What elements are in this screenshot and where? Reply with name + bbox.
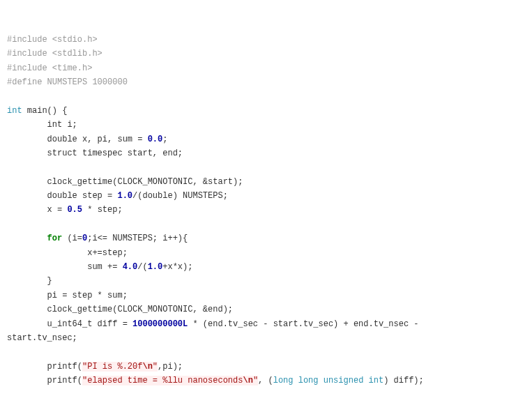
for-a: (i= <box>62 234 82 243</box>
decl-double-part: double x, pi, sum = <box>7 135 148 144</box>
decl-diff-a: u_int64_t diff = <box>7 319 132 329</box>
assign-x-b: * step; <box>82 205 123 215</box>
preproc-include-time: #include <time.h> <box>7 63 92 73</box>
stmt-sum-a: sum += <box>7 262 123 272</box>
for-b: ;i<= NUMSTEPS; i++){ <box>87 234 188 243</box>
call-clock-gettime-end: clock_gettime(CLOCK_MONOTONIC, &end); <box>7 305 233 314</box>
keyword-for: for <box>47 234 63 243</box>
printf-pi-a: printf( <box>7 362 82 372</box>
decl-step-a: double step = <box>7 191 117 201</box>
keyword-int-2: int <box>369 376 384 385</box>
literal-0.5: 0.5 <box>67 205 82 215</box>
literal-1000000000L: 1000000000L <box>132 319 188 329</box>
string-elapsed-a: "elapsed time = %llu nanoseconds <box>82 376 243 385</box>
literal-1.0: 1.0 <box>117 191 132 201</box>
space-2 <box>319 376 324 385</box>
close-brace-for: } <box>7 276 52 286</box>
printf-elapsed-c: ) diff); <box>383 376 424 385</box>
escape-n-2: \n <box>243 376 252 385</box>
preproc-include-stdlib: #include <stdlib.h> <box>7 49 102 59</box>
printf-elapsed-b: , ( <box>258 376 273 385</box>
main-signature: main() { <box>22 106 68 116</box>
decl-timespec: struct timespec start, end; <box>7 148 183 158</box>
string-pi-a: "PI is %.20f <box>82 362 142 372</box>
space-1 <box>294 376 298 385</box>
decl-diff-b: * (end.tv_sec - start.tv_sec) + end.tv_n… <box>188 319 423 329</box>
decl-diff-c: start.tv_nsec; <box>7 333 77 343</box>
semicolon: ; <box>162 135 167 144</box>
preproc-include-stdio: #include <stdio.h> <box>7 35 98 45</box>
literal-4.0: 4.0 <box>123 262 138 272</box>
decl-step-b: /(double) NUMSTEPS; <box>132 191 228 201</box>
call-clock-gettime-start: clock_gettime(CLOCK_MONOTONIC, &start); <box>7 177 243 187</box>
string-close-2: " <box>253 376 258 385</box>
printf-elapsed-a: printf( <box>7 376 82 385</box>
stmt-x-plus-eq: x+=step; <box>7 248 128 258</box>
indent <box>7 234 47 243</box>
keyword-unsigned: unsigned <box>324 376 364 385</box>
escape-n-1: \n <box>142 362 152 372</box>
assign-pi: pi = step * sum; <box>7 291 128 300</box>
assign-x-a: x = <box>7 205 67 215</box>
preproc-define-numsteps: #define NUMSTEPS 1000000 <box>7 77 128 87</box>
keyword-long-2: long <box>298 376 319 385</box>
decl-int-i: int i; <box>7 120 77 130</box>
literal-0.0: 0.0 <box>148 135 163 144</box>
code-block: { "chart_data": null, "code": { "pre1": … <box>0 0 532 405</box>
space-3 <box>363 376 368 385</box>
literal-1.0-b: 1.0 <box>148 262 163 272</box>
stmt-sum-c: +x*x); <box>162 262 192 272</box>
stmt-sum-b: /( <box>137 262 147 272</box>
keyword-int: int <box>7 106 22 116</box>
string-close-1: " <box>153 362 158 372</box>
printf-pi-b: ,pi); <box>158 362 183 372</box>
keyword-long-1: long <box>273 376 294 385</box>
